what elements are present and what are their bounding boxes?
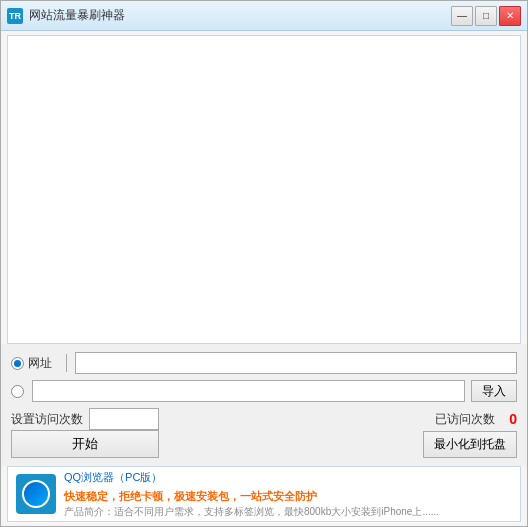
set-count-label: 设置访问次数 <box>11 411 83 428</box>
import-row: 导入 <box>11 380 517 402</box>
url-label: 网址 <box>28 355 52 372</box>
url-row: 网址 <box>11 352 517 374</box>
close-window-button[interactable]: ✕ <box>499 6 521 26</box>
divider <box>66 354 67 372</box>
restore-window-button[interactable]: □ <box>475 6 497 26</box>
ad-desc-line2: 产品简介：适合不同用户需求，支持多标签浏览，最快800kb大小安装到iPhone… <box>64 504 512 519</box>
set-count-input[interactable] <box>89 408 159 430</box>
ad-highlight-text: 快速稳定，拒绝卡顿，极速安装包，一站式安全防护 <box>64 490 317 502</box>
ad-banner[interactable]: QQ浏览器（PC版） 快速稳定，拒绝卡顿，极速安装包，一站式安全防护 产品简介：… <box>7 466 521 522</box>
ad-logo <box>22 480 50 508</box>
ad-desc-line1: 快速稳定，拒绝卡顿，极速安装包，一站式安全防护 <box>64 488 512 505</box>
count-row: 设置访问次数 已访问次数 0 <box>11 408 517 430</box>
window-title: 网站流量暴刷神器 <box>29 7 451 24</box>
file-input[interactable] <box>32 380 465 402</box>
minimize-tray-button[interactable]: 最小化到托盘 <box>423 431 517 458</box>
title-bar: TR 网站流量暴刷神器 — □ ✕ <box>1 1 527 31</box>
visited-count-label: 已访问次数 <box>435 411 495 428</box>
ad-text-area: QQ浏览器（PC版） 快速稳定，拒绝卡顿，极速安装包，一站式安全防护 产品简介：… <box>64 469 512 519</box>
visited-count-group: 已访问次数 0 <box>435 411 517 428</box>
start-button[interactable]: 开始 <box>11 430 159 458</box>
url-input[interactable] <box>75 352 517 374</box>
app-icon: TR <box>7 8 23 24</box>
browser-content-area <box>7 35 521 344</box>
controls-panel: 网址 导入 设置访问次数 已访问次数 0 开始 最小化到托盘 <box>1 344 527 466</box>
ad-icon <box>16 474 56 514</box>
radio-file[interactable] <box>11 385 24 398</box>
radio-url[interactable] <box>11 357 24 370</box>
import-button[interactable]: 导入 <box>471 380 517 402</box>
minimize-window-button[interactable]: — <box>451 6 473 26</box>
ad-title: QQ浏览器（PC版） <box>64 469 512 486</box>
action-row: 开始 最小化到托盘 <box>11 430 517 458</box>
main-window: TR 网站流量暴刷神器 — □ ✕ 网址 导入 设置访问次数 <box>0 0 528 527</box>
visited-count-value: 0 <box>509 411 517 427</box>
set-count-group: 设置访问次数 <box>11 408 159 430</box>
window-controls: — □ ✕ <box>451 6 521 26</box>
